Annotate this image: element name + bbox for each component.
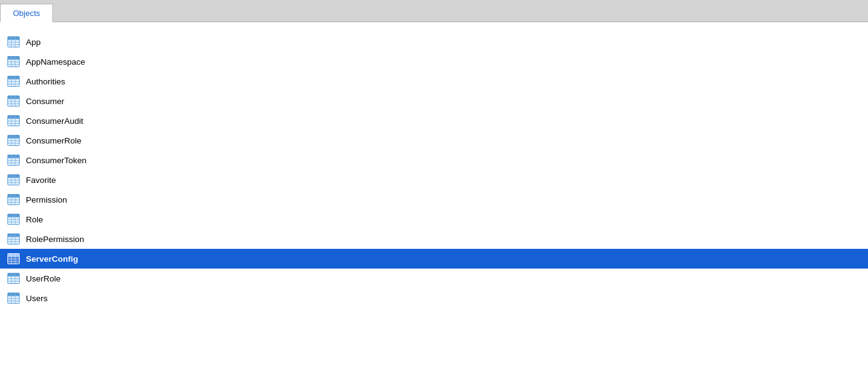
svg-rect-1 (8, 37, 20, 40)
svg-rect-85 (8, 273, 20, 277)
list-item[interactable]: Role (0, 209, 868, 229)
list-item[interactable]: ServerConfig (0, 249, 868, 269)
list-item[interactable]: App (0, 32, 868, 52)
tab-bar: Objects (0, 0, 868, 22)
svg-rect-78 (8, 254, 20, 257)
svg-rect-50 (8, 175, 20, 178)
list-item[interactable]: RolePermission (0, 229, 868, 249)
list-item-label: AppNamespace (26, 57, 85, 67)
list-item-label: UserRole (26, 274, 60, 283)
list-item-label: ServerConfig (26, 254, 78, 264)
svg-rect-57 (8, 195, 20, 198)
list-item-label: Favorite (26, 176, 56, 185)
table-icon (7, 76, 20, 87)
list-item-label: ConsumerToken (26, 156, 86, 165)
list-item[interactable]: Favorite (0, 170, 868, 190)
tab-objects-label: Objects (13, 9, 40, 18)
svg-rect-29 (8, 116, 20, 119)
svg-rect-64 (8, 214, 20, 217)
list-item[interactable]: Permission (0, 190, 868, 209)
table-icon (7, 194, 20, 205)
table-icon (7, 293, 20, 304)
table-icon (7, 155, 20, 166)
list-item[interactable]: Authorities (0, 71, 868, 91)
svg-rect-8 (8, 57, 20, 60)
svg-rect-92 (8, 293, 20, 296)
svg-rect-36 (8, 135, 20, 139)
tab-objects[interactable]: Objects (0, 4, 53, 22)
list-item[interactable]: ConsumerAudit (0, 111, 868, 131)
list-item[interactable]: Users (0, 288, 868, 308)
table-icon (7, 174, 20, 185)
list-item-label: App (26, 38, 41, 47)
list-item-label: Users (26, 294, 47, 303)
table-icon (7, 135, 20, 146)
list-item-label: Role (26, 215, 43, 224)
list-item[interactable]: ConsumerToken (0, 150, 868, 170)
table-icon (7, 214, 20, 225)
list-item[interactable]: UserRole (0, 269, 868, 288)
svg-rect-22 (8, 96, 20, 99)
table-icon (7, 95, 20, 107)
table-icon (7, 115, 20, 126)
table-icon (7, 233, 20, 245)
object-list: AppAppNamespaceAuthoritiesConsumerConsum… (0, 22, 868, 308)
list-item-label: Permission (26, 195, 67, 204)
list-item-label: Consumer (26, 97, 64, 106)
list-item-label: ConsumerRole (26, 136, 81, 145)
table-icon (7, 253, 20, 264)
svg-rect-43 (8, 155, 20, 158)
table-icon (7, 273, 20, 284)
svg-rect-15 (8, 76, 20, 79)
table-icon (7, 56, 20, 67)
list-item[interactable]: Consumer (0, 91, 868, 111)
svg-rect-71 (8, 234, 20, 237)
list-item-label: Authorities (26, 77, 65, 86)
list-item-label: RolePermission (26, 235, 84, 244)
list-item[interactable]: ConsumerRole (0, 131, 868, 150)
list-item[interactable]: AppNamespace (0, 52, 868, 71)
list-item-label: ConsumerAudit (26, 116, 83, 126)
table-icon (7, 36, 20, 47)
